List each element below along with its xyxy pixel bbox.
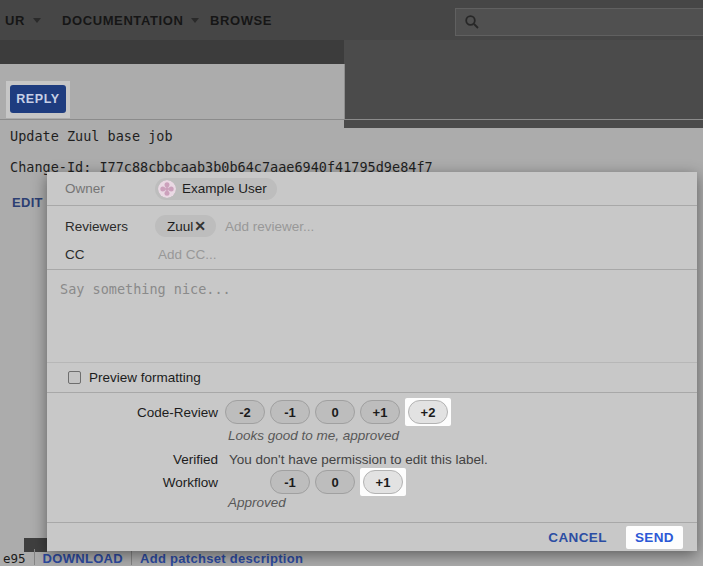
verified-label-row: Verified You don't have permission to ed… [47,451,697,468]
selected-vote-highlight: +1 [360,468,406,496]
add-cc-input[interactable]: Add CC... [158,247,217,262]
workflow-label-row: Workflow -1 0 +1 [47,468,697,496]
verified-permission-message: You don't have permission to edit this l… [229,452,488,467]
reply-message-placeholder: Say something nice... [60,281,231,297]
remove-reviewer-icon[interactable]: ✕ [194,218,206,234]
search-icon [464,14,480,30]
vote-button-plus1[interactable]: +1 [360,400,400,424]
workflow-label: Workflow [47,475,218,490]
search-input[interactable] [455,8,703,36]
divider [131,549,132,565]
chevron-down-icon [191,18,199,23]
menu-item-documentation[interactable]: DOCUMENTATION [62,0,199,40]
cancel-button[interactable]: CANCEL [548,530,607,545]
owner-chip[interactable]: Example User [155,178,277,200]
reviewers-row: Reviewers Zuul ✕ Add reviewer... [47,212,697,240]
vote-button-plus2-selected[interactable]: +2 [408,400,448,424]
avatar [158,180,176,198]
patchset-info-bar: e95 DOWNLOAD Add patchset description [0,549,703,566]
dialog-footer: CANCEL SEND [47,523,697,551]
preview-formatting-label: Preview formatting [89,370,201,385]
workflow-buttons: -1 0 +1 [270,468,406,496]
owner-row: Owner Example User [47,172,697,205]
owner-chip-label: Example User [182,181,267,196]
add-patchset-description-link[interactable]: Add patchset description [140,549,303,566]
menu-item-label: BROWSE [210,13,272,28]
owner-label: Owner [65,181,155,196]
commit-sha-fragment: e95 [3,549,26,566]
dimmed-side-panel [344,40,703,128]
download-link[interactable]: DOWNLOAD [43,549,123,566]
commit-subject: Update Zuul base job [10,128,173,144]
reply-dialog: Owner Example User Reviewers Zuul ✕ Add [47,172,697,551]
reply-button[interactable]: REPLY [10,85,66,113]
selected-vote-highlight: +2 [405,398,451,426]
code-review-label-row: Code-Review -2 -1 0 +1 +2 [47,398,697,426]
code-review-label: Code-Review [47,405,218,420]
menu-item-browse[interactable]: BROWSE [210,0,272,40]
column-divider [344,64,345,120]
vote-button-plus1-selected[interactable]: +1 [363,470,403,494]
code-review-note: Looks good to me, approved [228,428,399,443]
horizontal-divider [0,119,703,120]
divider [34,549,35,565]
menu-item-label: UR [5,13,25,28]
workflow-note: Approved [228,495,286,510]
menu-item-label: DOCUMENTATION [62,13,183,28]
vote-button-minus2[interactable]: -2 [225,400,265,424]
code-review-buttons: -2 -1 0 +1 +2 [225,398,451,426]
cc-label: CC [65,247,155,262]
cc-row: CC Add CC... [47,240,697,268]
send-button[interactable]: SEND [626,526,683,549]
preview-formatting-checkbox[interactable] [68,371,81,384]
menu-item-ur[interactable]: UR [5,0,41,40]
chevron-down-icon [33,18,41,23]
top-navigation-bar: UR DOCUMENTATION BROWSE [0,0,703,40]
reviewers-label: Reviewers [65,219,155,234]
reviewer-chip[interactable]: Zuul ✕ [155,215,216,237]
vote-button-zero[interactable]: 0 [315,400,355,424]
divider [47,205,697,206]
verified-label: Verified [47,452,218,467]
add-reviewer-input[interactable]: Add reviewer... [225,219,314,234]
vote-button-zero[interactable]: 0 [315,470,355,494]
divider [47,392,697,393]
vote-button-minus1[interactable]: -1 [270,470,310,494]
reply-message-textarea[interactable]: Say something nice... [47,270,697,362]
reviewer-chip-label: Zuul [167,219,193,234]
preview-formatting-row: Preview formatting [47,363,697,392]
vote-button-minus1[interactable]: -1 [270,400,310,424]
edit-link[interactable]: EDIT [12,195,43,210]
